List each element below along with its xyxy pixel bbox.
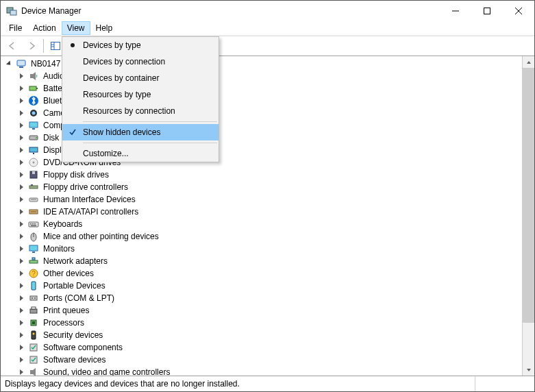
scroll-up-button[interactable] — [523, 56, 534, 68]
back-button[interactable] — [3, 38, 21, 54]
svg-rect-58 — [32, 331, 36, 339]
menu-devices-by-type[interactable]: Devices by type — [62, 37, 219, 53]
titlebar[interactable]: Device Manager — [1, 1, 534, 21]
svg-rect-37 — [30, 223, 32, 225]
menu-devices-by-container[interactable]: Devices by container — [62, 70, 219, 86]
tree-item[interactable]: Network adapters — [1, 255, 522, 267]
menu-help[interactable]: Help — [90, 21, 119, 35]
svg-point-52 — [32, 297, 33, 299]
tree-item[interactable]: Print queues — [1, 304, 522, 317]
expand-icon[interactable] — [16, 231, 27, 242]
svg-point-53 — [34, 297, 36, 299]
svg-rect-31 — [31, 184, 33, 186]
expand-icon[interactable] — [16, 342, 27, 353]
svg-point-23 — [36, 137, 37, 138]
svg-point-19 — [32, 112, 36, 115]
tree-item[interactable]: Software devices — [1, 354, 522, 366]
tree-item-label: Mice and other pointing devices — [42, 232, 160, 241]
expand-icon[interactable] — [16, 305, 27, 316]
tree-item[interactable]: Human Interface Devices — [1, 193, 522, 206]
close-button[interactable] — [503, 1, 534, 21]
menu-show-hidden-devices[interactable]: Show hidden devices — [62, 124, 219, 140]
tree-item[interactable]: Floppy drive controllers — [1, 181, 522, 193]
scroll-down-button[interactable] — [523, 364, 534, 376]
port-icon — [28, 293, 39, 304]
tree-item-label: Processors — [42, 318, 86, 328]
keyboard-icon — [28, 219, 39, 230]
menu-label: Resources by connection — [83, 106, 175, 116]
expand-icon[interactable] — [16, 145, 27, 156]
expand-icon[interactable] — [16, 268, 27, 279]
svg-rect-57 — [32, 321, 35, 324]
expand-icon[interactable] — [16, 157, 27, 168]
expand-icon[interactable] — [16, 108, 27, 119]
expand-icon[interactable] — [16, 132, 27, 143]
tree-item[interactable]: Floppy disk drives — [1, 169, 522, 181]
tree-item[interactable]: ?Other devices — [1, 267, 522, 280]
expand-icon[interactable] — [16, 71, 27, 82]
tree-item[interactable]: Keyboards — [1, 218, 522, 230]
tree-item[interactable]: Portable Devices — [1, 280, 522, 292]
device-manager-window: Device Manager File Action View Help ? N… — [0, 0, 535, 392]
menu-file[interactable]: File — [3, 21, 27, 35]
menu-action[interactable]: Action — [27, 21, 61, 35]
expand-icon[interactable] — [3, 58, 14, 69]
camera-icon — [28, 108, 39, 119]
maximize-button[interactable] — [471, 1, 503, 21]
menu-separator — [83, 121, 217, 122]
expand-icon[interactable] — [16, 206, 27, 217]
menu-view[interactable]: View — [62, 21, 90, 35]
scroll-track[interactable] — [523, 68, 534, 364]
svg-rect-25 — [33, 153, 34, 154]
svg-rect-38 — [32, 223, 34, 225]
tree-item[interactable]: Software components — [1, 341, 522, 354]
expand-icon[interactable] — [16, 169, 27, 180]
tree-item-label: Ports (COM & LPT) — [42, 293, 116, 303]
forward-button[interactable] — [23, 38, 40, 54]
expand-icon[interactable] — [16, 243, 27, 254]
tree-item[interactable]: Ports (COM & LPT) — [1, 292, 522, 304]
tree-item[interactable]: Mice and other pointing devices — [1, 230, 522, 243]
expand-icon[interactable] — [16, 194, 27, 205]
expand-icon[interactable] — [16, 120, 27, 131]
ide-icon — [28, 206, 39, 217]
scroll-thumb[interactable] — [523, 68, 534, 323]
network-icon — [28, 256, 39, 267]
tree-item[interactable]: IDE ATA/ATAPI controllers — [1, 206, 522, 218]
tree-item-label: Human Interface Devices — [42, 195, 137, 204]
vertical-scrollbar[interactable] — [522, 56, 534, 376]
svg-rect-44 — [32, 252, 35, 253]
menu-customize[interactable]: Customize... — [62, 145, 219, 162]
svg-rect-40 — [31, 225, 36, 227]
expand-icon[interactable] — [16, 367, 27, 376]
expand-icon[interactable] — [16, 280, 27, 291]
hid-icon — [28, 194, 39, 205]
tree-item[interactable]: Processors — [1, 317, 522, 329]
menu-resources-by-type[interactable]: Resources by type — [62, 86, 219, 103]
svg-rect-54 — [30, 309, 37, 313]
expand-icon[interactable] — [16, 354, 27, 365]
other-icon: ? — [28, 268, 39, 279]
minimize-button[interactable] — [440, 1, 471, 21]
expand-icon[interactable] — [16, 317, 27, 328]
bluetooth-icon — [28, 95, 39, 106]
check-icon — [62, 128, 83, 136]
menu-devices-by-connection[interactable]: Devices by connection — [62, 53, 219, 70]
expand-icon[interactable] — [16, 182, 27, 193]
tree-item-label: Software devices — [42, 355, 107, 365]
expand-icon[interactable] — [16, 293, 27, 304]
menu-resources-by-connection[interactable]: Resources by connection — [62, 103, 219, 119]
expand-icon[interactable] — [16, 330, 27, 341]
mouse-icon — [28, 231, 39, 242]
tree-item[interactable]: Monitors — [1, 243, 522, 255]
expand-icon[interactable] — [16, 83, 27, 94]
expand-icon[interactable] — [16, 219, 27, 230]
tree-item[interactable]: Security devices — [1, 329, 522, 341]
tree-item-label: Sound, video and game controllers — [42, 367, 171, 376]
computer-icon — [16, 58, 27, 69]
expand-icon[interactable] — [16, 256, 27, 267]
expand-icon[interactable] — [16, 95, 27, 106]
tree-item[interactable]: Sound, video and game controllers — [1, 366, 522, 376]
monitor-icon — [28, 120, 39, 131]
statusbar: Displays legacy devices and devices that… — [1, 376, 534, 391]
